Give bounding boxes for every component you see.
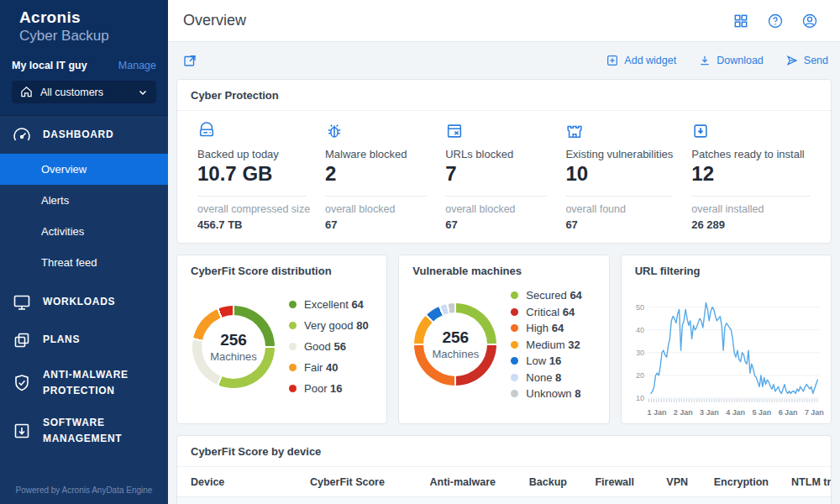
download-button[interactable]: Download: [698, 54, 764, 67]
url-filtering-line-chart[interactable]: 10203040501 Jan2 Jan3 Jan4 Jan5 Jan6 Jan…: [627, 287, 824, 420]
sidebar-nav: DASHBOARD Overview Alerts Activities Thr…: [0, 115, 168, 504]
chevron-down-icon: [138, 87, 148, 97]
svg-text:4 Jan: 4 Jan: [726, 408, 745, 417]
plus-square-icon: [606, 54, 619, 67]
panel-title: Vulnerable machines: [399, 255, 608, 286]
legend-item: Good 56: [289, 336, 369, 357]
open-in-new-icon[interactable]: [182, 53, 197, 68]
legend-dot: [511, 291, 518, 299]
legend-item: Very good 80: [289, 315, 369, 336]
download-icon: [698, 54, 711, 67]
col-firewall: Firewall: [567, 476, 634, 488]
legend-dot: [511, 324, 518, 332]
account-icon[interactable]: [801, 13, 818, 29]
plans-layers-icon: [12, 330, 32, 350]
page-title: Overview: [183, 12, 246, 29]
legend-dot: [511, 357, 518, 365]
dashboard-gauge-icon: [12, 125, 32, 145]
table-row[interactable]: qa-gw3t68h 325/850 0 175 0 0 125 25: [177, 496, 831, 504]
sidebar-item-software-management[interactable]: SOFTWARE MANAGEMENT: [0, 407, 168, 454]
legend-item: Critical 64: [511, 304, 582, 321]
svg-text:40: 40: [636, 326, 644, 334]
panel-title: CyberFit Score distribution: [177, 255, 386, 286]
brand-line1: Acronis: [19, 8, 156, 27]
account-name: My local IT guy: [12, 60, 87, 71]
legend-dot: [511, 341, 518, 349]
sidebar: Acronis Cyber Backup My local IT guy Man…: [0, 0, 168, 504]
apps-grid-icon[interactable]: [732, 13, 749, 29]
send-icon: [785, 54, 799, 67]
legend-item: Medium 32: [511, 337, 582, 354]
legend-dot: [289, 322, 297, 329]
col-ntlm-traffic: NTLM traffic: [769, 476, 832, 488]
stat-malware-blocked: Malware blocked 2 overall blocked 67: [325, 122, 445, 231]
legend-item: Excellent 64: [289, 294, 369, 315]
sidebar-item-dashboard[interactable]: DASHBOARD: [0, 116, 168, 154]
cyberfit-by-device-panel: CyberFit Score by device Device CyberFit…: [176, 435, 832, 504]
main-area: Overview Add widget Download Send: [168, 0, 840, 504]
sidebar-item-activities[interactable]: Activities: [0, 216, 168, 247]
home-icon: [20, 86, 33, 98]
help-icon[interactable]: [767, 13, 784, 29]
sidebar-item-anti-malware-protection[interactable]: ANTI-MALWARE PROTECTION: [0, 359, 168, 407]
stat-existing-vulnerabilities: Existing vulnerabilities 10 overall foun…: [565, 122, 691, 231]
svg-text:10: 10: [636, 394, 644, 402]
cyberfit-donut-chart[interactable]: 256 Machines: [192, 306, 275, 388]
sidebar-item-alerts[interactable]: Alerts: [0, 185, 168, 216]
add-widget-button[interactable]: Add widget: [606, 54, 676, 67]
shield-check-icon: [12, 373, 32, 393]
customer-selector[interactable]: All customers: [12, 81, 156, 103]
sidebar-item-overview[interactable]: Overview: [0, 154, 168, 185]
legend-dot: [511, 374, 518, 381]
legend-item: Low 16: [511, 353, 582, 370]
url-blocked-icon: [445, 122, 464, 140]
col-anti-malware: Anti-malware: [409, 476, 496, 488]
sidebar-item-label: SOFTWARE MANAGEMENT: [43, 415, 145, 446]
backup-drive-icon: [197, 122, 216, 140]
legend-dot: [511, 390, 518, 397]
panel-title: Cyber Protection: [177, 80, 831, 111]
svg-text:5 Jan: 5 Jan: [752, 408, 771, 417]
send-button[interactable]: Send: [785, 54, 828, 67]
sidebar-item-plans[interactable]: PLANS: [0, 321, 168, 359]
sidebar-item-workloads[interactable]: WORKLOADS: [0, 283, 168, 321]
malware-bug-icon: [325, 122, 344, 140]
col-encryption: Encryption: [688, 476, 769, 488]
sidebar-item-label: PLANS: [43, 332, 145, 348]
legend-dot: [289, 301, 297, 308]
software-box-icon: [12, 421, 32, 441]
stat-patches-ready: Patches ready to install 12 overall inst…: [691, 122, 811, 231]
legend-dot: [289, 364, 297, 371]
svg-text:50: 50: [636, 303, 644, 312]
sidebar-item-label: ANTI-MALWARE PROTECTION: [43, 367, 145, 398]
monitor-icon: [12, 292, 32, 312]
url-filtering-panel: URL filtering 10203040501 Jan2 Jan3 Jan4…: [621, 255, 832, 424]
patch-install-icon: [691, 122, 710, 140]
manage-link[interactable]: Manage: [118, 60, 156, 71]
powered-by-text: Powered by Acronis AnyData Engine: [0, 486, 168, 495]
panel-title: CyberFit Score by device: [177, 436, 831, 467]
col-device: Device: [191, 476, 310, 488]
sidebar-item-label: WORKLOADS: [43, 294, 145, 310]
legend-item: Unknown 8: [511, 386, 582, 402]
page-header: Overview: [168, 0, 840, 42]
brand-logo: Acronis Cyber Backup: [0, 0, 168, 50]
legend-item: High 64: [511, 320, 582, 337]
col-cyberfit-score: CyberFit Score: [310, 476, 409, 488]
legend-dot: [511, 308, 518, 316]
stat-backed-up: Backed up today 10.7 GB overall compress…: [197, 122, 325, 231]
cyberfit-legend: Excellent 64Very good 80Good 56Fair 40Po…: [289, 294, 369, 399]
legend-item: Secured 64: [511, 287, 582, 304]
cyber-protection-panel: Cyber Protection Backed up today 10.7 GB…: [176, 79, 832, 244]
col-vpn: VPN: [634, 476, 688, 488]
panel-title: URL filtering: [622, 255, 831, 286]
sidebar-item-threat-feed[interactable]: Threat feed: [0, 247, 168, 278]
dashboard-toolbar: Add widget Download Send: [168, 42, 840, 79]
legend-dot: [289, 385, 297, 392]
customer-selector-label: All customers: [40, 87, 103, 98]
svg-text:30: 30: [636, 349, 644, 357]
svg-text:3 Jan: 3 Jan: [700, 408, 719, 417]
vulnerable-machines-donut-chart[interactable]: 256 Machines: [414, 303, 496, 386]
table-header-row: Device CyberFit Score Anti-malware Backu…: [177, 467, 831, 496]
brand-line2: Cyber Backup: [19, 28, 156, 45]
